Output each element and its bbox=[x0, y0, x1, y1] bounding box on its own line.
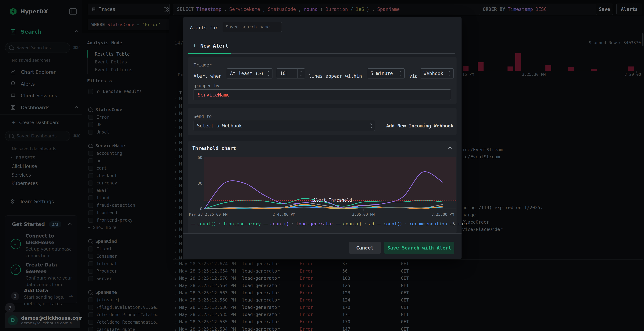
text-caret bbox=[286, 71, 286, 76]
cancel-button[interactable]: Cancel bbox=[349, 242, 381, 254]
legend-line-swatch bbox=[377, 224, 382, 224]
svg-text:60: 60 bbox=[198, 155, 202, 160]
chart-legend: count()·frontend-proxycount()·load-gener… bbox=[190, 221, 468, 226]
legend-metric: count() bbox=[384, 221, 402, 226]
condition-select[interactable]: At least (≥) bbox=[227, 68, 272, 78]
save-search-with-alert-button[interactable]: Save Search with Alert bbox=[384, 242, 454, 254]
trigger-label: Trigger bbox=[194, 62, 212, 67]
threshold-chart-title: Threshold chart bbox=[192, 145, 236, 151]
threshold-chart: 03060Alert Threshold bbox=[196, 155, 457, 211]
alert-modal: Alerts for + New Alert Trigger Alert whe… bbox=[183, 17, 462, 259]
legend-metric: count() bbox=[270, 221, 289, 226]
svg-text:0: 0 bbox=[200, 207, 202, 211]
collapse-chart-icon[interactable] bbox=[448, 147, 452, 150]
legend-more-button[interactable]: +3 more bbox=[450, 221, 468, 226]
stepper-up-icon[interactable] bbox=[300, 71, 302, 73]
legend-item[interactable]: count()·load-generator bbox=[263, 221, 334, 226]
lines-appear-label: lines appear within bbox=[309, 73, 362, 79]
legend-series-name: load-generator bbox=[296, 221, 334, 226]
number-stepper[interactable] bbox=[297, 69, 305, 78]
window-select[interactable]: 5 minute bbox=[367, 68, 405, 78]
webhook-select-value: Select a Webhook bbox=[197, 123, 242, 128]
chart-x-tick-label: 2:45:00 PM bbox=[273, 212, 295, 217]
send-to-section: Send to Select a Webhook Add New Incomin… bbox=[188, 108, 456, 135]
chart-x-tick-label: May 28 2:25:00 PM bbox=[189, 212, 228, 217]
legend-separator: · bbox=[218, 221, 221, 226]
threshold-chart-section: Threshold chart 03060Alert Threshold May… bbox=[188, 141, 456, 233]
legend-metric: count() bbox=[197, 221, 216, 226]
legend-item[interactable]: count()·recommendation bbox=[377, 221, 447, 226]
legend-separator: · bbox=[404, 221, 407, 226]
footer-divider bbox=[183, 233, 462, 234]
legend-separator: · bbox=[291, 221, 294, 226]
tab-new-alert[interactable]: + New Alert bbox=[193, 42, 228, 49]
tab-divider bbox=[231, 53, 455, 54]
threshold-number-input[interactable]: 10 bbox=[276, 68, 305, 78]
svg-text:30: 30 bbox=[198, 181, 202, 186]
svg-text:Alert Threshold: Alert Threshold bbox=[313, 198, 352, 203]
grouped-by-input[interactable]: ServiceName bbox=[194, 89, 451, 100]
grouped-by-value: ServiceName bbox=[198, 92, 230, 98]
window-value: 5 minute bbox=[370, 71, 393, 76]
chevron-updown-icon bbox=[449, 71, 450, 76]
tab-label: New Alert bbox=[200, 43, 228, 49]
hyperdx-app: HyperDX Search ⌘K No saved searches Char… bbox=[0, 0, 644, 331]
chevron-updown-icon bbox=[370, 124, 372, 128]
saved-search-name-input[interactable] bbox=[223, 22, 282, 32]
threshold-value: 10 bbox=[276, 71, 286, 76]
chevron-updown-icon bbox=[400, 71, 401, 76]
chevron-updown-icon bbox=[268, 71, 269, 76]
legend-metric: count() bbox=[343, 221, 362, 226]
tab-active-indicator bbox=[188, 53, 231, 54]
condition-value: At least (≥) bbox=[230, 71, 264, 76]
channel-value: Webhook bbox=[424, 71, 443, 76]
legend-line-swatch bbox=[190, 224, 195, 224]
alert-when-label: Alert when bbox=[194, 73, 222, 79]
legend-series-name: recommendation bbox=[409, 221, 447, 226]
webhook-select[interactable]: Select a Webhook bbox=[194, 121, 375, 131]
trigger-section: Trigger Alert when At least (≥) 10 lines… bbox=[188, 57, 456, 104]
stepper-down-icon[interactable] bbox=[300, 74, 302, 76]
chart-x-tick-label: 3:25:00 PM bbox=[432, 212, 454, 217]
plus-icon: + bbox=[193, 42, 196, 49]
legend-line-swatch bbox=[263, 224, 268, 224]
legend-series-name: frontend-proxy bbox=[223, 221, 261, 226]
via-label: via bbox=[409, 73, 418, 79]
send-to-label: Send to bbox=[194, 114, 212, 119]
legend-item[interactable]: count()·frontend-proxy bbox=[190, 221, 261, 226]
grouped-by-label: grouped by bbox=[194, 83, 220, 88]
legend-line-swatch bbox=[336, 224, 341, 224]
chart-x-tick-label: 3:05:00 PM bbox=[352, 212, 374, 217]
legend-separator: · bbox=[364, 221, 367, 226]
channel-select[interactable]: Webhook bbox=[420, 68, 454, 78]
modal-title: Alerts for bbox=[190, 25, 218, 30]
add-webhook-button[interactable]: Add New Incoming Webhook bbox=[386, 123, 454, 128]
legend-item[interactable]: count()·ad bbox=[336, 221, 374, 226]
legend-series-name: ad bbox=[369, 221, 374, 226]
